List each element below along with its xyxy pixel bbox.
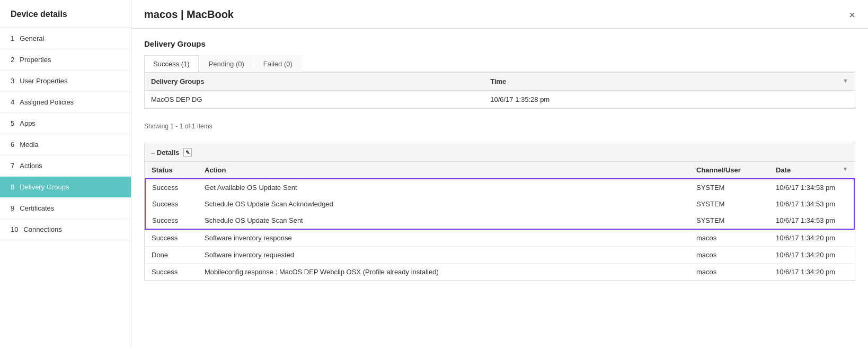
delivery-groups-table-wrapper: Delivery Groups Time ▼ MacOS DEP DG10/6/…	[144, 72, 855, 109]
table-row: MacOS DEP DG10/6/17 1:35:28 pm	[145, 91, 855, 109]
sidebar-item-num: 10	[11, 225, 18, 233]
channel-cell: macos	[690, 264, 769, 281]
action-cell: Software inventory response	[198, 229, 690, 247]
showing-text: Showing 1 - 1 of 1 items	[144, 117, 855, 141]
action-cell: Software inventory requested	[198, 247, 690, 264]
sidebar-item-label: Assigned Policies	[20, 98, 74, 106]
sidebar-item-num: 5	[11, 119, 14, 127]
sidebar-item-label: Properties	[20, 56, 51, 64]
sidebar-item-delivery-groups[interactable]: 8Delivery Groups	[0, 177, 131, 198]
edit-icon[interactable]: ✎	[183, 148, 192, 156]
date-cell: 10/6/17 1:34:20 pm	[769, 229, 854, 247]
date-sort-icon: ▼	[843, 166, 848, 172]
page-title: macos | MacBook	[144, 8, 234, 21]
sidebar-item-num: 6	[11, 141, 14, 149]
table-row: Success Schedule OS Update Scan Sent SYS…	[145, 212, 854, 229]
channel-cell: macos	[690, 247, 769, 264]
action-cell: Mobileconfig response : MacOS DEP Webcli…	[198, 264, 690, 281]
sidebar-item-assigned-policies[interactable]: 4Assigned Policies	[0, 92, 131, 113]
channel-col-header: Channel/User	[690, 162, 769, 179]
tabs: Success (1)Pending (0)Failed (0)	[144, 55, 855, 72]
sidebar-item-apps[interactable]: 5Apps	[0, 113, 131, 134]
details-header: – Details ✎	[145, 143, 855, 162]
channel-cell: SYSTEM	[690, 196, 769, 212]
action-cell: Get Available OS Update Sent	[198, 179, 690, 196]
sidebar-item-label: Media	[20, 141, 38, 149]
tab-success-1[interactable]: Success (1)	[144, 55, 199, 72]
tab-pending-0[interactable]: Pending (0)	[200, 55, 253, 72]
channel-cell: macos	[690, 229, 769, 247]
tab-failed-0[interactable]: Failed (0)	[254, 55, 302, 72]
sidebar-item-media[interactable]: 6Media	[0, 134, 131, 155]
sidebar-item-num: 9	[11, 204, 14, 212]
action-cell: Schedule OS Update Scan Sent	[198, 212, 690, 229]
table-row: Success Software inventory response maco…	[145, 229, 854, 247]
sidebar-item-properties[interactable]: 2Properties	[0, 49, 131, 71]
sidebar-item-label: Connections	[23, 225, 61, 233]
dg-time-cell: 10/6/17 1:35:28 pm	[484, 91, 855, 109]
main-panel: macos | MacBook × Delivery Groups Succes…	[131, 0, 868, 348]
table-row: Success Schedule OS Update Scan Acknowle…	[145, 196, 854, 212]
status-cell: Success	[145, 179, 198, 196]
sidebar-item-num: 4	[11, 98, 14, 106]
dg-name-cell: MacOS DEP DG	[145, 91, 484, 109]
dg-col-header: Delivery Groups	[145, 73, 484, 91]
sidebar-title: Device details	[0, 0, 131, 28]
status-cell: Success	[145, 264, 198, 281]
date-cell: 10/6/17 1:34:53 pm	[769, 196, 854, 212]
action-cell: Schedule OS Update Scan Acknowledged	[198, 196, 690, 212]
sidebar-item-certificates[interactable]: 9Certificates	[0, 198, 131, 219]
channel-cell: SYSTEM	[690, 212, 769, 229]
sidebar-item-num: 3	[11, 77, 14, 85]
sidebar: Device details 1General2Properties3User …	[0, 0, 131, 348]
status-cell: Success	[145, 196, 198, 212]
sidebar-item-general[interactable]: 1General	[0, 28, 131, 49]
table-row: Success Get Available OS Update Sent SYS…	[145, 179, 854, 196]
details-title: – Details	[151, 149, 179, 156]
sidebar-item-num: 7	[11, 162, 14, 170]
sidebar-item-label: Certificates	[20, 204, 54, 212]
status-col-header: Status	[145, 162, 198, 179]
sidebar-item-num: 2	[11, 56, 14, 64]
details-table: Status Action Channel/User Date ▼	[145, 162, 855, 280]
close-button[interactable]: ×	[849, 10, 855, 20]
sidebar-item-label: Actions	[20, 162, 42, 170]
time-col-header: Time ▼	[484, 73, 855, 91]
date-cell: 10/6/17 1:34:53 pm	[769, 212, 854, 229]
delivery-groups-table: Delivery Groups Time ▼ MacOS DEP DG10/6/…	[145, 73, 855, 108]
sidebar-item-label: Apps	[20, 119, 36, 127]
date-cell: 10/6/17 1:34:20 pm	[769, 247, 854, 264]
sidebar-item-actions[interactable]: 7Actions	[0, 155, 131, 177]
date-cell: 10/6/17 1:34:20 pm	[769, 264, 854, 281]
sidebar-item-num: 1	[11, 34, 14, 42]
sidebar-item-user-properties[interactable]: 3User Properties	[0, 71, 131, 92]
date-cell: 10/6/17 1:34:53 pm	[769, 179, 854, 196]
status-cell: Success	[145, 212, 198, 229]
sort-arrow-icon: ▼	[843, 77, 848, 84]
sidebar-item-label: User Properties	[20, 77, 67, 85]
sidebar-items: 1General2Properties3User Properties4Assi…	[0, 28, 131, 240]
date-col-header: Date ▼	[769, 162, 854, 179]
sidebar-item-label: General	[20, 34, 44, 42]
details-section: – Details ✎ Status Action Channel/User	[144, 143, 855, 281]
main-content: Delivery Groups Success (1)Pending (0)Fa…	[131, 29, 868, 348]
status-cell: Done	[145, 247, 198, 264]
action-col-header: Action	[198, 162, 690, 179]
table-row: Done Software inventory requested macos …	[145, 247, 854, 264]
main-header: macos | MacBook ×	[131, 0, 868, 29]
status-cell: Success	[145, 229, 198, 247]
channel-cell: SYSTEM	[690, 179, 769, 196]
sidebar-item-label: Delivery Groups	[20, 183, 69, 191]
sidebar-item-num: 8	[11, 183, 14, 191]
table-row: Success Mobileconfig response : MacOS DE…	[145, 264, 854, 281]
delivery-groups-section-title: Delivery Groups	[144, 39, 855, 48]
sidebar-item-connections[interactable]: 10Connections	[0, 219, 131, 240]
